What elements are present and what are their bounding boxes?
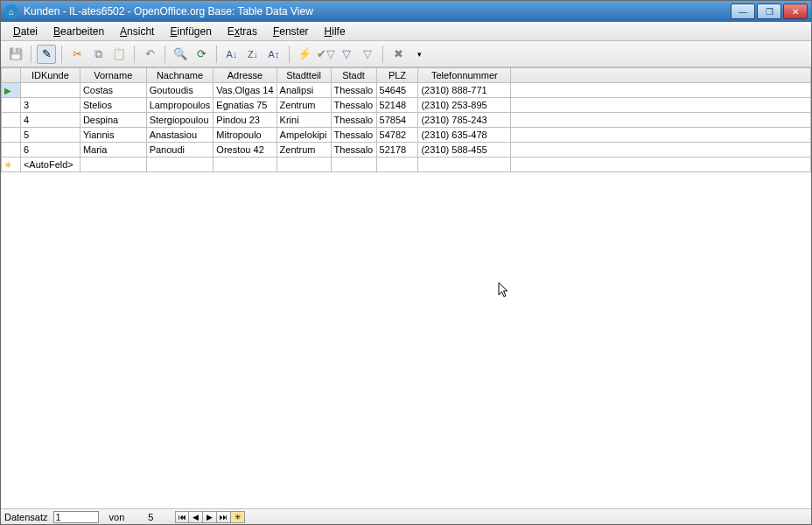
copy-icon[interactable]: ⧉ xyxy=(88,45,108,64)
nav-last-icon[interactable]: ⏭ xyxy=(217,511,231,523)
remove-filter-icon[interactable]: ▽ xyxy=(358,45,377,64)
close-button[interactable]: ✕ xyxy=(783,4,808,19)
cell[interactable]: Goutoudis xyxy=(146,83,214,98)
cell[interactable]: Maria xyxy=(80,143,146,158)
cell[interactable]: Thessalo xyxy=(331,83,376,98)
cell-empty[interactable] xyxy=(214,158,276,172)
edit-mode-icon[interactable]: ✎ xyxy=(37,45,56,64)
cell[interactable]: Despina xyxy=(80,113,146,128)
cell[interactable]: 52148 xyxy=(376,98,418,113)
autofilter-icon[interactable]: ⚡ xyxy=(295,45,314,64)
row-selector[interactable] xyxy=(2,113,21,128)
paste-icon[interactable]: 📋 xyxy=(109,45,129,64)
delete-record-icon[interactable]: ✖ xyxy=(388,45,408,64)
menu-edit[interactable]: Bearbeiten xyxy=(46,24,111,39)
cell[interactable]: Analipsi xyxy=(276,83,331,98)
refresh-icon[interactable]: ⟳ xyxy=(192,45,211,64)
corner-cell[interactable] xyxy=(2,68,21,83)
cell-empty[interactable] xyxy=(80,158,146,172)
table-row[interactable]: 6MariaPanoudiOrestou 42ZentrumThessalo52… xyxy=(2,143,811,158)
cell[interactable]: Lampropoulos xyxy=(146,98,214,113)
col-header-id[interactable]: IDKunde xyxy=(20,68,80,83)
cell[interactable]: 2 xyxy=(20,83,80,98)
save-icon[interactable]: 💾 xyxy=(6,45,25,64)
cell-empty[interactable] xyxy=(146,158,214,172)
cell[interactable]: 4 xyxy=(20,113,80,128)
new-record-row[interactable]: ✳<AutoFeld> xyxy=(2,158,811,172)
row-selector[interactable] xyxy=(2,128,21,143)
cell[interactable]: Mitropoulo xyxy=(214,128,276,143)
cut-icon[interactable]: ✂ xyxy=(67,45,87,64)
table-row[interactable]: 3SteliosLampropoulosEgnatias 75ZentrumTh… xyxy=(2,98,811,113)
row-selector[interactable] xyxy=(2,98,21,113)
table-row[interactable]: ▶2CostasGoutoudisVas.Olgas 14AnalipsiThe… xyxy=(2,83,811,98)
sort-desc-icon[interactable]: Z↓ xyxy=(243,45,262,64)
sort-asc-icon[interactable]: A↓ xyxy=(222,45,242,64)
data-grid[interactable]: IDKunde Vorname Nachname Adresse Stadtte… xyxy=(1,67,811,172)
cell[interactable]: Thessalo xyxy=(331,128,376,143)
cell-empty[interactable] xyxy=(418,158,511,172)
apply-filter-icon[interactable]: ✔▽ xyxy=(316,45,335,64)
col-header-nachname[interactable]: Nachname xyxy=(146,68,214,83)
col-header-adresse[interactable]: Adresse xyxy=(214,68,276,83)
cell[interactable]: (2310) 785-243 xyxy=(418,113,511,128)
col-header-plz[interactable]: PLZ xyxy=(376,68,418,83)
menu-file[interactable]: Datei xyxy=(6,24,45,39)
find-icon[interactable]: 🔍 xyxy=(171,45,190,64)
minimize-button[interactable]: — xyxy=(731,4,755,19)
cell-empty[interactable] xyxy=(276,158,331,172)
col-header-telefon[interactable]: Telefonnummer xyxy=(418,68,511,83)
cell[interactable]: Anastasiou xyxy=(146,128,214,143)
cell[interactable]: Stergiopoulou xyxy=(146,113,214,128)
cell[interactable]: Thessalo xyxy=(331,113,376,128)
record-number-input[interactable] xyxy=(53,511,99,523)
cell[interactable]: 3 xyxy=(20,98,80,113)
cell[interactable]: Panoudi xyxy=(146,143,214,158)
nav-new-record-icon[interactable]: ✳ xyxy=(231,511,245,523)
col-header-stadt[interactable]: Stadt xyxy=(331,68,376,83)
nav-first-icon[interactable]: ⏮ xyxy=(175,511,189,523)
col-header-stadtteil[interactable]: Stadtteil xyxy=(276,68,331,83)
cell[interactable]: (2310) 588-455 xyxy=(418,143,511,158)
cell[interactable]: Yiannis xyxy=(80,128,146,143)
cell-empty[interactable] xyxy=(376,158,418,172)
standard-filter-icon[interactable]: ▽ xyxy=(337,45,356,64)
undo-icon[interactable]: ↶ xyxy=(140,45,159,64)
cell[interactable]: 5 xyxy=(20,128,80,143)
menu-view[interactable]: Ansicht xyxy=(113,24,161,39)
nav-prev-icon[interactable]: ◀ xyxy=(189,511,203,523)
row-selector[interactable] xyxy=(2,143,21,158)
table-row[interactable]: 5YiannisAnastasiouMitropouloAmpelokipiTh… xyxy=(2,128,811,143)
cell[interactable]: 57854 xyxy=(376,113,418,128)
autofield-cell[interactable]: <AutoFeld> xyxy=(20,158,80,172)
row-selector[interactable]: ▶ xyxy=(2,83,21,98)
table-row[interactable]: 4DespinaStergiopoulouPindou 23KriniThess… xyxy=(2,113,811,128)
cell[interactable]: (2310) 253-895 xyxy=(418,98,511,113)
cell[interactable]: Costas xyxy=(80,83,146,98)
cell[interactable]: Zentrum xyxy=(276,143,331,158)
cell[interactable]: Krini xyxy=(276,113,331,128)
cell[interactable]: Pindou 23 xyxy=(214,113,276,128)
menu-window[interactable]: Fenster xyxy=(266,24,316,39)
sort-icon[interactable]: A↕ xyxy=(264,45,284,64)
row-selector[interactable]: ✳ xyxy=(2,158,21,172)
toolbar-dropdown-icon[interactable]: ▾ xyxy=(410,45,429,64)
menu-help[interactable]: Hilfe xyxy=(318,24,353,39)
cell[interactable]: 54645 xyxy=(376,83,418,98)
menu-insert[interactable]: Einfügen xyxy=(163,24,218,39)
cell-empty[interactable] xyxy=(331,158,376,172)
col-header-vorname[interactable]: Vorname xyxy=(80,68,146,83)
cell[interactable]: Stelios xyxy=(80,98,146,113)
nav-next-icon[interactable]: ▶ xyxy=(203,511,217,523)
cell[interactable]: (2310) 888-771 xyxy=(418,83,511,98)
cell[interactable]: Thessalo xyxy=(331,98,376,113)
cell[interactable]: Vas.Olgas 14 xyxy=(214,83,276,98)
maximize-button[interactable]: ❐ xyxy=(757,4,781,19)
cell[interactable]: 6 xyxy=(20,143,80,158)
cell[interactable]: 52178 xyxy=(376,143,418,158)
cell[interactable]: Ampelokipi xyxy=(276,128,331,143)
cell[interactable]: Zentrum xyxy=(276,98,331,113)
cell[interactable]: 54782 xyxy=(376,128,418,143)
cell[interactable]: (2310) 635-478 xyxy=(418,128,511,143)
cell[interactable]: Orestou 42 xyxy=(214,143,276,158)
